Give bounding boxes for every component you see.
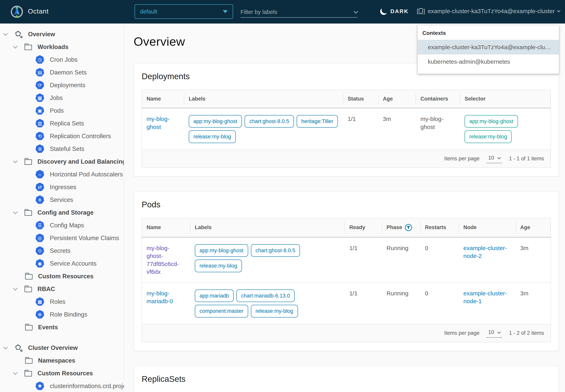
cell-ready: 1/1: [345, 283, 382, 324]
sidebar-item-rbac[interactable]: RBAC: [0, 283, 124, 295]
pagination-range: 1 - 1 of 1 items: [509, 156, 544, 162]
resource-link[interactable]: my-blog-ghost-77df85c6cd-vf6dx: [147, 245, 179, 275]
sidebar-item-overview[interactable]: Overview: [0, 28, 124, 41]
sidebar-item-services[interactable]: ⋔Services: [0, 194, 124, 206]
label-tag-release-my-blog[interactable]: release:my-blog: [464, 130, 512, 143]
folder-icon: [25, 358, 32, 364]
sidebar-item-pods[interactable]: ▣Pods: [0, 104, 124, 117]
services-icon: ⋔: [35, 196, 44, 204]
namespace-select[interactable]: default: [134, 4, 233, 19]
sidebar-item-daemon-sets[interactable]: ▤Daemon Sets: [0, 66, 124, 79]
column-header-label: Phase: [387, 224, 402, 230]
context-menu-item-kubernetes-admin-kubernetes[interactable]: kubernetes-admin@kubernetes: [418, 55, 559, 69]
sidebar-item-label: Events: [38, 324, 58, 331]
role-bindings-icon: ⊕: [35, 310, 44, 319]
sidebar-item-custom-resources[interactable]: Custom Resources: [0, 367, 124, 380]
sidebar-item-label: Secrets: [50, 247, 70, 254]
table-pagination: Items per page101 - 2 of 2 items: [142, 324, 551, 342]
sidebar-item-persistent-volume-claims[interactable]: ◎Persistent Volume Claims: [0, 232, 124, 244]
resource-link[interactable]: my-blog-mariadb-0: [147, 290, 173, 305]
label-tag-release-my-blog[interactable]: release:my-blog: [195, 260, 242, 272]
sidebar-item-roles[interactable]: ▩Roles: [0, 295, 124, 308]
expand-chevron-icon[interactable]: [13, 286, 18, 291]
folder-icon: [25, 210, 32, 216]
resource-link[interactable]: example-cluster-node-1: [463, 290, 507, 305]
config-maps-icon: ☰: [35, 221, 44, 230]
label-tag-chart-ghost-8-0-5[interactable]: chart:ghost-8.0.5: [245, 115, 294, 127]
items-per-page-select[interactable]: 10: [486, 328, 502, 338]
filter-chevron-icon[interactable]: [354, 9, 358, 14]
sidebar-item-horizontal-pod-autoscalers[interactable]: ⇔Horizontal Pod Autoscalers: [0, 168, 124, 181]
sidebar-item-service-accounts[interactable]: ◉Service Accounts: [0, 257, 124, 270]
table-deployments: NameLabelsStatusAgeContainersSelectormy-…: [142, 90, 551, 150]
sidebar-item-secrets[interactable]: ⊙Secrets: [0, 244, 124, 257]
contexts-dropdown-title: Contexts: [418, 25, 559, 40]
sidebar-item-config-maps[interactable]: ☰Config Maps: [0, 219, 124, 232]
cell-labels: app:my-blog-ghostchart:ghost-8.0.5herita…: [184, 108, 343, 150]
sidebar-item-deployments[interactable]: ⟳Deployments: [0, 79, 124, 92]
namespace-caret-icon: [223, 10, 228, 13]
sidebar-item-workloads[interactable]: Workloads: [0, 41, 124, 53]
sidebar-item-replica-sets[interactable]: ▥Replica Sets: [0, 117, 124, 130]
sidebar-item-config-and-storage[interactable]: Config and Storage: [0, 206, 124, 219]
context-menu-item-example-cluster-ka3tutzyo4a-example-clu[interactable]: example-cluster-ka3TuTzYo4a@example-clu…: [418, 40, 559, 55]
column-header-label: Name: [147, 96, 161, 102]
filter-funnel-icon[interactable]: [405, 224, 412, 231]
resource-link[interactable]: my-blog-ghost: [147, 116, 169, 130]
sidebar-item-label: Persistent Volume Claims: [50, 235, 119, 242]
ingresses-icon: ⇄: [35, 183, 44, 192]
sidebar-item-label: Cluster Overview: [28, 344, 78, 351]
label-tag-release-my-blog[interactable]: release:my-blog: [251, 305, 298, 317]
sidebar-item-cron-jobs[interactable]: ◷Cron Jobs: [0, 53, 124, 66]
per-page-chevron-icon: [498, 156, 501, 159]
jobs-icon: ▦: [35, 94, 44, 102]
sidebar-item-ingresses[interactable]: ⇄Ingresses: [0, 181, 124, 194]
sidebar-item-cluster-overview[interactable]: Cluster Overview: [0, 341, 124, 354]
expand-chevron-icon[interactable]: [3, 345, 8, 349]
sidebar-navigation: OverviewWorkloads◷Cron Jobs▤Daemon Sets⟳…: [0, 24, 124, 392]
table-row: my-blog-mariadb-0app:mariadbchart:mariad…: [142, 283, 551, 324]
sidebar-item-clusterinformations-crd-projec[interactable]: ✱clusterinformations.crd.projec: [0, 380, 124, 392]
column-header-label: Age: [383, 96, 393, 102]
label-tag-app-my-blog-ghost[interactable]: app:my-blog-ghost: [189, 115, 242, 127]
sidebar-item-label: Replica Sets: [50, 120, 84, 127]
label-tag-heritage-tiller[interactable]: heritage:Tiller: [297, 115, 338, 127]
resource-link[interactable]: example-cluster-node-2: [463, 245, 507, 259]
expand-chevron-icon[interactable]: [13, 44, 18, 48]
label-tag-app-my-blog-ghost[interactable]: app:my-blog-ghost: [464, 115, 518, 127]
sidebar-item-role-bindings[interactable]: ⊕Role Bindings: [0, 308, 124, 321]
cron-jobs-icon: ◷: [35, 55, 44, 64]
items-per-page-select[interactable]: 10: [486, 154, 502, 163]
label-tag-component-master[interactable]: component:master: [195, 305, 248, 317]
table-row: my-blog-ghost-77df85c6cd-vf6dxapp:my-blo…: [142, 237, 551, 283]
sidebar-item-label: clusterinformations.crd.projec: [50, 383, 124, 390]
label-tag-app-mariadb[interactable]: app:mariadb: [195, 290, 234, 302]
sidebar-item-events[interactable]: Events: [0, 321, 124, 334]
per-page-chevron-icon: [498, 330, 501, 334]
context-selector[interactable]: [] example-cluster-ka3TuTzYo4a@example-c…: [417, 8, 560, 14]
sidebar-item-custom-resources[interactable]: Custom Resources: [0, 270, 124, 283]
label-tag-chart-ghost-8-0-5[interactable]: chart:ghost-8.0.5: [251, 244, 300, 257]
sidebar-item-jobs[interactable]: ▦Jobs: [0, 92, 124, 104]
sidebar-item-stateful-sets[interactable]: ≣Stateful Sets: [0, 142, 124, 155]
dark-mode-toggle[interactable]: DARK: [380, 8, 409, 15]
sidebar-item-replication-controllers[interactable]: ⟲Replication Controllers: [0, 130, 124, 142]
expand-chevron-icon[interactable]: [13, 370, 18, 375]
sidebar-item-namespaces[interactable]: Namespaces: [0, 354, 124, 367]
label-tag-chart-mariadb-6-13-0[interactable]: chart:mariadb-6.13.0: [236, 290, 295, 302]
expand-chevron-icon[interactable]: [13, 159, 18, 163]
label-tag-release-my-blog[interactable]: release:my-blog: [189, 130, 236, 143]
main-content: Overview DeploymentsNameLabelsStatusAgeC…: [124, 24, 565, 392]
label-tag-app-my-blog-ghost[interactable]: app:my-blog-ghost: [195, 244, 248, 257]
folder-icon: [25, 45, 32, 50]
folder-icon: [25, 274, 32, 280]
expand-chevron-icon[interactable]: [3, 31, 8, 36]
label-filter: [240, 7, 357, 18]
sidebar-item-discovery-and-load-balancing[interactable]: Discovery and Load Balancing: [0, 155, 124, 168]
card-deployments: DeploymentsNameLabelsStatusAgeContainers…: [134, 63, 559, 177]
sidebar-item-label: Namespaces: [38, 357, 75, 364]
cell-node: example-cluster-node-1: [459, 283, 516, 324]
column-header-label: Status: [348, 96, 364, 102]
expand-chevron-icon[interactable]: [13, 210, 18, 214]
label-filter-input[interactable]: [240, 9, 354, 15]
